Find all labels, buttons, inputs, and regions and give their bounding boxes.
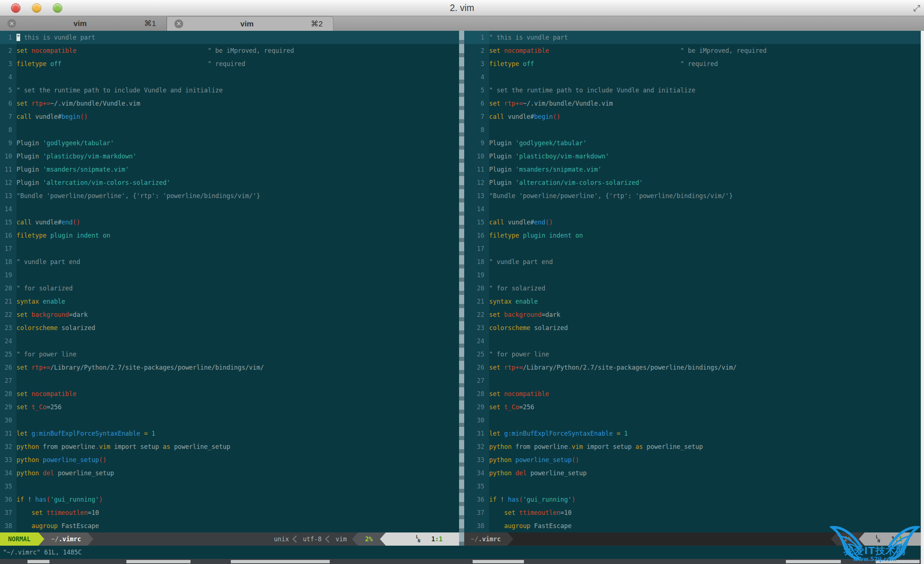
code-line[interactable]: 29set t_Co=256	[0, 400, 459, 414]
code-line[interactable]: 27	[464, 374, 921, 387]
code-line[interactable]: 21syntax enable	[464, 295, 921, 308]
code-line[interactable]: 34python del powerline_setup	[464, 466, 921, 480]
code-line[interactable]: 9Plugin 'godlygeek/tabular'	[464, 137, 921, 150]
code-line[interactable]: 10Plugin 'plasticboy/vim-markdown'	[464, 150, 921, 163]
code-line[interactable]: 14	[0, 202, 459, 216]
cursor-position: LN 1:1	[386, 532, 459, 546]
code-line[interactable]: 16filetype plugin indent on	[0, 229, 459, 242]
code-line[interactable]: 23colorscheme solarized	[0, 321, 459, 334]
code-line[interactable]: 5" set the runtime path to include Vundl…	[464, 84, 921, 97]
code-line[interactable]: 38 augroup FastEscape	[464, 519, 921, 532]
code-text: set background=dark	[489, 308, 921, 321]
code-line[interactable]: 17	[0, 242, 459, 255]
vim-pane-left[interactable]: 1" this is vundle part2set nocompatible …	[0, 31, 459, 532]
code-line[interactable]: 28set nocompatible	[0, 387, 459, 400]
code-line[interactable]: 28set nocompatible	[464, 387, 921, 400]
code-text: if ! has('gui_running')	[489, 493, 921, 506]
code-line[interactable]: 1" this is vundle part	[464, 31, 921, 44]
code-line[interactable]: 17	[464, 242, 921, 255]
code-line[interactable]: 24	[0, 334, 459, 347]
code-line[interactable]: 9Plugin 'godlygeek/tabular'	[0, 137, 459, 150]
line-number: 23	[0, 321, 16, 334]
code-line[interactable]: 23colorscheme solarized	[464, 321, 921, 334]
code-line[interactable]: 35	[0, 480, 459, 493]
code-line[interactable]: 4	[0, 71, 459, 84]
line-number: 18	[464, 255, 489, 268]
code-line[interactable]: 25" for power line	[464, 347, 921, 361]
code-line[interactable]: 26set rtp+=/Library/Python/2.7/site-pack…	[0, 361, 459, 374]
code-line[interactable]: 19	[0, 268, 459, 282]
code-line[interactable]: 26set rtp+=/Library/Python/2.7/site-pack…	[464, 361, 921, 374]
code-line[interactable]: 3filetype off " required	[464, 57, 921, 71]
code-line[interactable]: 36if ! has('gui_running')	[0, 493, 459, 506]
code-line[interactable]: 7call vundle#begin()	[0, 110, 459, 123]
code-text: python powerline_setup()	[489, 453, 921, 466]
code-line[interactable]: 8	[464, 123, 921, 137]
code-line[interactable]: 21syntax enable	[0, 295, 459, 308]
code-line[interactable]: 32python from powerline.vim import setup…	[0, 440, 459, 453]
code-line[interactable]: 15call vundle#end()	[464, 216, 921, 229]
code-line[interactable]: 37 set ttimeoutlen=10	[0, 506, 459, 519]
code-line[interactable]: 15call vundle#end()	[0, 216, 459, 229]
code-line[interactable]: 3filetype off " required	[0, 57, 459, 71]
code-line[interactable]: 38 augroup FastEscape	[0, 519, 459, 532]
tab-close-icon[interactable]: ✕	[8, 19, 16, 28]
line-number: 16	[464, 229, 489, 242]
tab-shortcut: ⌘1	[144, 19, 156, 28]
code-line[interactable]: 33python powerline_setup()	[0, 453, 459, 466]
code-line[interactable]: 13"Bundle 'powerline/powerline', {'rtp':…	[0, 189, 459, 202]
code-text: " this is vundle part	[16, 31, 459, 44]
code-line[interactable]: 8	[0, 123, 459, 137]
code-line[interactable]: 24	[464, 334, 921, 347]
code-line[interactable]: 11Plugin 'msanders/snipmate.vim'	[0, 163, 459, 176]
code-line[interactable]: 16filetype plugin indent on	[464, 229, 921, 242]
scrollbar[interactable]	[921, 31, 924, 564]
code-line[interactable]: 31let g:minBufExplForceSyntaxEnable = 1	[464, 427, 921, 440]
code-line[interactable]: 12Plugin 'altercation/vim-colors-solariz…	[464, 176, 921, 189]
code-line[interactable]: 6set rtp+=~/.vim/bundle/Vundle.vim	[464, 97, 921, 110]
code-line[interactable]: 14	[464, 202, 921, 216]
line-number: 30	[464, 414, 489, 427]
code-line[interactable]: 27	[0, 374, 459, 387]
code-line[interactable]: 10Plugin 'plasticboy/vim-markdown'	[0, 150, 459, 163]
line-number: 32	[0, 440, 16, 453]
code-line[interactable]: 18" vundle part end	[464, 255, 921, 268]
code-text: call vundle#end()	[489, 216, 921, 229]
code-line[interactable]: 36if ! has('gui_running')	[464, 493, 921, 506]
code-line[interactable]: 18" vundle part end	[0, 255, 459, 268]
code-line[interactable]: 7call vundle#begin()	[464, 110, 921, 123]
code-text: call vundle#begin()	[489, 110, 921, 123]
code-line[interactable]: 1" this is vundle part	[0, 31, 459, 44]
line-number: 6	[0, 97, 16, 110]
code-line[interactable]: 35	[464, 480, 921, 493]
code-line[interactable]: 12Plugin 'altercation/vim-colors-solariz…	[0, 176, 459, 189]
code-line[interactable]: 34python del powerline_setup	[0, 466, 459, 480]
code-line[interactable]: 2set nocompatible " be iMproved, require…	[0, 44, 459, 57]
code-line[interactable]: 25" for power line	[0, 347, 459, 361]
code-line[interactable]: 11Plugin 'msanders/snipmate.vim'	[464, 163, 921, 176]
code-line[interactable]: 20" for solarized	[464, 282, 921, 295]
code-line[interactable]: 30	[0, 414, 459, 427]
code-line[interactable]: 2set nocompatible " be iMproved, require…	[464, 44, 921, 57]
code-line[interactable]: 22set background=dark	[464, 308, 921, 321]
code-line[interactable]: 30	[464, 414, 921, 427]
pane-divider[interactable]	[459, 31, 464, 546]
code-line[interactable]: 6set rtp+=~/.vim/bundle/Vundle.vim	[0, 97, 459, 110]
code-line[interactable]: 37 set ttimeoutlen=10	[464, 506, 921, 519]
tab-vim-1[interactable]: ✕ vim ⌘1	[0, 16, 167, 31]
code-line[interactable]: 5" set the runtime path to include Vundl…	[0, 84, 459, 97]
code-line[interactable]: 22set background=dark	[0, 308, 459, 321]
code-line[interactable]: 32python from powerline.vim import setup…	[464, 440, 921, 453]
line-number: 38	[0, 519, 16, 532]
code-line[interactable]: 33python powerline_setup()	[464, 453, 921, 466]
tab-vim-2[interactable]: ✕ vim ⌘2	[167, 16, 333, 31]
vim-pane-right[interactable]: 1" this is vundle part2set nocompatible …	[464, 31, 921, 532]
code-line[interactable]: 19	[464, 268, 921, 282]
code-line[interactable]: 31let g:minBufExplForceSyntaxEnable = 1	[0, 427, 459, 440]
tab-close-icon[interactable]: ✕	[174, 20, 183, 28]
code-line[interactable]: 4	[464, 71, 921, 84]
fullscreen-icon[interactable]: ⤢	[914, 3, 920, 13]
code-line[interactable]: 29set t_Co=256	[464, 400, 921, 414]
code-line[interactable]: 13"Bundle 'powerline/powerline', {'rtp':…	[464, 189, 921, 202]
code-line[interactable]: 20" for solarized	[0, 282, 459, 295]
